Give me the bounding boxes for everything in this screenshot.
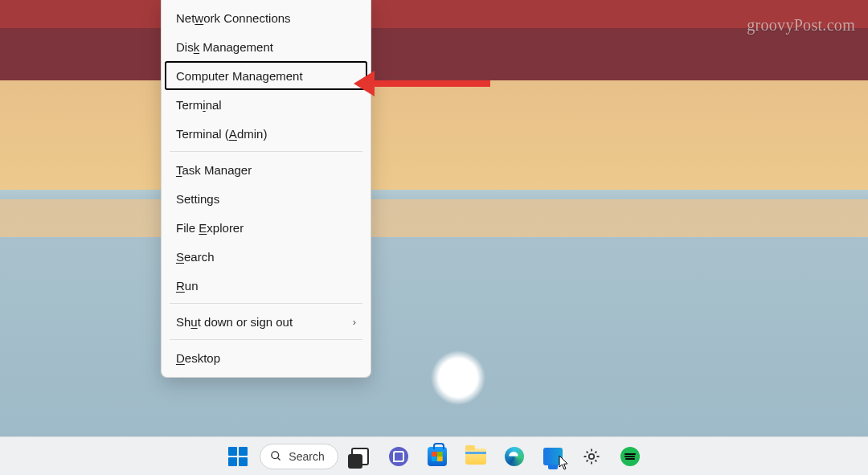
task-view-icon xyxy=(351,448,369,465)
taskbar: Search xyxy=(0,436,868,475)
search-label: Search xyxy=(289,450,324,463)
menu-file-explorer[interactable]: File Explorer xyxy=(165,213,367,242)
menu-network-connections[interactable]: Network Connections xyxy=(165,3,367,32)
menu-item-label: Network Connections xyxy=(176,11,291,25)
menu-item-label: Disk Management xyxy=(176,40,273,54)
start-button[interactable] xyxy=(221,440,255,473)
svg-line-1 xyxy=(278,457,280,460)
folder-icon xyxy=(465,448,486,465)
menu-separator xyxy=(170,303,362,304)
menu-item-label: Terminal (Admin) xyxy=(176,127,267,141)
copilot-button[interactable] xyxy=(536,440,570,473)
spotify-icon xyxy=(620,447,640,466)
menu-desktop[interactable]: Desktop xyxy=(165,343,367,372)
menu-task-manager[interactable]: Task Manager xyxy=(165,155,367,184)
chat-icon xyxy=(389,447,408,466)
menu-separator xyxy=(170,339,362,340)
svg-point-0 xyxy=(272,452,279,459)
menu-run[interactable]: Run xyxy=(165,271,367,300)
menu-settings[interactable]: Settings xyxy=(165,184,367,213)
gear-icon xyxy=(582,447,601,466)
winx-context-menu: Network ConnectionsDisk ManagementComput… xyxy=(161,0,371,378)
menu-terminal-admin[interactable]: Terminal (Admin) xyxy=(165,119,367,148)
menu-item-label: Task Manager xyxy=(176,163,252,177)
spotify-button[interactable] xyxy=(613,440,647,473)
menu-item-label: Desktop xyxy=(176,351,220,365)
menu-item-label: Computer Management xyxy=(176,69,303,83)
settings-button[interactable] xyxy=(575,440,608,473)
menu-item-label: Run xyxy=(176,279,199,293)
menu-computer-management[interactable]: Computer Management xyxy=(165,61,367,90)
desktop-wallpaper xyxy=(0,0,868,475)
windows-logo-icon xyxy=(228,447,248,466)
search-button[interactable]: Search xyxy=(260,444,338,469)
chat-button[interactable] xyxy=(382,440,416,473)
store-icon xyxy=(428,447,447,466)
search-icon xyxy=(270,450,282,462)
chevron-right-icon: › xyxy=(353,316,356,328)
menu-item-label: Terminal xyxy=(176,98,222,112)
svg-point-2 xyxy=(588,453,593,458)
menu-item-label: Settings xyxy=(176,192,219,206)
menu-item-label: Search xyxy=(176,250,215,264)
menu-item-label: Shut down or sign out xyxy=(176,315,293,329)
menu-disk-management[interactable]: Disk Management xyxy=(165,32,367,61)
menu-search[interactable]: Search xyxy=(165,242,367,271)
edge-icon xyxy=(505,447,524,466)
file-explorer-button[interactable] xyxy=(459,440,493,473)
menu-separator xyxy=(170,151,362,152)
menu-terminal[interactable]: Terminal xyxy=(165,90,367,119)
menu-item-label: File Explorer xyxy=(176,221,244,235)
taskbar-center: Search xyxy=(221,440,646,473)
copilot-icon xyxy=(543,448,563,465)
task-view-button[interactable] xyxy=(343,440,377,473)
microsoft-store-button[interactable] xyxy=(420,440,454,473)
edge-button[interactable] xyxy=(497,440,531,473)
menu-shut-down[interactable]: Shut down or sign out› xyxy=(165,307,367,336)
